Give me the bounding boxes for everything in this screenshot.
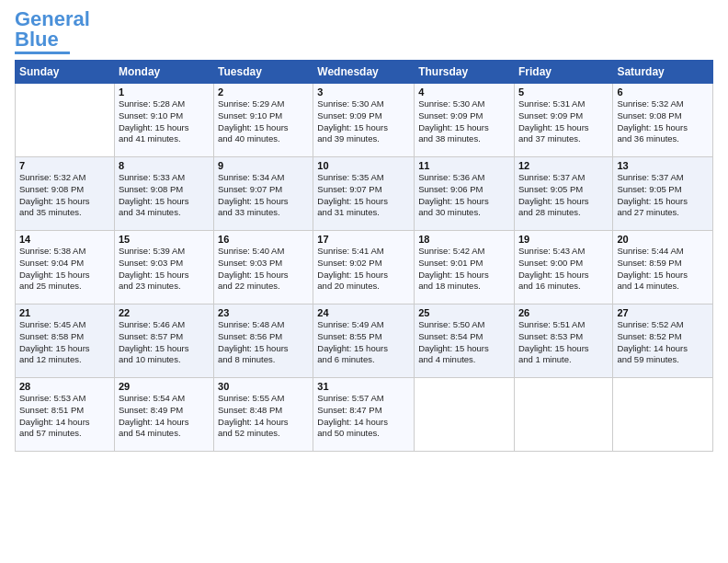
week-row-3: 14Sunrise: 5:38 AM Sunset: 9:04 PM Dayli… bbox=[16, 231, 713, 304]
day-detail: Sunrise: 5:33 AM Sunset: 9:08 PM Dayligh… bbox=[119, 172, 210, 219]
logo-underline bbox=[15, 52, 70, 54]
calendar-cell: 11Sunrise: 5:36 AM Sunset: 9:06 PM Dayli… bbox=[415, 157, 515, 231]
day-header-friday: Friday bbox=[514, 61, 612, 84]
day-number: 17 bbox=[317, 234, 410, 245]
day-detail: Sunrise: 5:35 AM Sunset: 9:07 PM Dayligh… bbox=[317, 172, 410, 219]
day-number: 6 bbox=[617, 86, 709, 98]
day-number: 24 bbox=[317, 307, 410, 318]
day-number: 30 bbox=[218, 381, 309, 392]
day-number: 22 bbox=[119, 307, 210, 318]
day-detail: Sunrise: 5:34 AM Sunset: 9:07 PM Dayligh… bbox=[218, 172, 309, 219]
day-detail: Sunrise: 5:53 AM Sunset: 8:51 PM Dayligh… bbox=[19, 393, 110, 440]
week-row-4: 21Sunrise: 5:45 AM Sunset: 8:58 PM Dayli… bbox=[16, 304, 713, 378]
day-detail: Sunrise: 5:37 AM Sunset: 9:05 PM Dayligh… bbox=[518, 172, 609, 219]
calendar-cell: 9Sunrise: 5:34 AM Sunset: 9:07 PM Daylig… bbox=[214, 157, 313, 231]
day-detail: Sunrise: 5:28 AM Sunset: 9:10 PM Dayligh… bbox=[119, 98, 210, 145]
calendar-cell: 4Sunrise: 5:30 AM Sunset: 9:09 PM Daylig… bbox=[415, 84, 515, 157]
day-header-thursday: Thursday bbox=[415, 61, 515, 84]
day-detail: Sunrise: 5:40 AM Sunset: 9:03 PM Dayligh… bbox=[218, 246, 309, 293]
day-detail: Sunrise: 5:30 AM Sunset: 9:09 PM Dayligh… bbox=[418, 98, 510, 145]
day-detail: Sunrise: 5:57 AM Sunset: 8:47 PM Dayligh… bbox=[317, 393, 410, 440]
day-header-sunday: Sunday bbox=[16, 61, 115, 84]
day-number: 19 bbox=[518, 234, 609, 245]
day-detail: Sunrise: 5:30 AM Sunset: 9:09 PM Dayligh… bbox=[317, 98, 410, 145]
day-number: 12 bbox=[518, 160, 609, 171]
day-detail: Sunrise: 5:50 AM Sunset: 8:54 PM Dayligh… bbox=[418, 319, 510, 366]
day-number: 9 bbox=[218, 160, 309, 171]
day-header-saturday: Saturday bbox=[613, 61, 713, 84]
calendar-cell: 31Sunrise: 5:57 AM Sunset: 8:47 PM Dayli… bbox=[313, 378, 415, 452]
calendar-cell: 28Sunrise: 5:53 AM Sunset: 8:51 PM Dayli… bbox=[16, 378, 115, 452]
day-detail: Sunrise: 5:54 AM Sunset: 8:49 PM Dayligh… bbox=[119, 393, 210, 440]
calendar-cell: 17Sunrise: 5:41 AM Sunset: 9:02 PM Dayli… bbox=[313, 231, 415, 304]
day-number: 1 bbox=[119, 86, 210, 98]
day-detail: Sunrise: 5:42 AM Sunset: 9:01 PM Dayligh… bbox=[418, 246, 510, 293]
calendar-cell: 20Sunrise: 5:44 AM Sunset: 8:59 PM Dayli… bbox=[613, 231, 713, 304]
calendar-cell: 30Sunrise: 5:55 AM Sunset: 8:48 PM Dayli… bbox=[214, 378, 313, 452]
logo: General Blue bbox=[15, 9, 90, 54]
calendar-cell: 13Sunrise: 5:37 AM Sunset: 9:05 PM Dayli… bbox=[613, 157, 713, 231]
day-detail: Sunrise: 5:52 AM Sunset: 8:52 PM Dayligh… bbox=[617, 319, 709, 366]
day-number: 23 bbox=[218, 307, 309, 318]
calendar-cell bbox=[415, 378, 515, 452]
calendar-cell: 26Sunrise: 5:51 AM Sunset: 8:53 PM Dayli… bbox=[514, 304, 612, 378]
calendar-cell: 24Sunrise: 5:49 AM Sunset: 8:55 PM Dayli… bbox=[313, 304, 415, 378]
day-number: 20 bbox=[617, 234, 709, 245]
calendar-cell: 12Sunrise: 5:37 AM Sunset: 9:05 PM Dayli… bbox=[514, 157, 612, 231]
logo-blue: Blue bbox=[15, 28, 59, 51]
day-detail: Sunrise: 5:39 AM Sunset: 9:03 PM Dayligh… bbox=[119, 246, 210, 293]
day-number: 3 bbox=[317, 86, 410, 98]
day-number: 11 bbox=[418, 160, 510, 171]
day-detail: Sunrise: 5:32 AM Sunset: 9:08 PM Dayligh… bbox=[19, 172, 110, 219]
day-number: 10 bbox=[317, 160, 410, 171]
calendar-cell: 1Sunrise: 5:28 AM Sunset: 9:10 PM Daylig… bbox=[114, 84, 213, 157]
day-header-tuesday: Tuesday bbox=[214, 61, 313, 84]
day-number: 2 bbox=[218, 86, 309, 98]
logo-text: General Blue bbox=[15, 9, 90, 50]
day-detail: Sunrise: 5:36 AM Sunset: 9:06 PM Dayligh… bbox=[418, 172, 510, 219]
day-number: 13 bbox=[617, 160, 709, 171]
day-detail: Sunrise: 5:55 AM Sunset: 8:48 PM Dayligh… bbox=[218, 393, 309, 440]
page-container: General Blue SundayMondayTuesdayWednesda… bbox=[0, 0, 728, 461]
day-number: 18 bbox=[418, 234, 510, 245]
day-detail: Sunrise: 5:37 AM Sunset: 9:05 PM Dayligh… bbox=[617, 172, 709, 219]
day-number: 16 bbox=[218, 234, 309, 245]
day-number: 7 bbox=[19, 160, 110, 171]
day-number: 25 bbox=[418, 307, 510, 318]
day-detail: Sunrise: 5:45 AM Sunset: 8:58 PM Dayligh… bbox=[19, 319, 110, 366]
day-number: 31 bbox=[317, 381, 410, 392]
calendar-cell: 10Sunrise: 5:35 AM Sunset: 9:07 PM Dayli… bbox=[313, 157, 415, 231]
day-detail: Sunrise: 5:43 AM Sunset: 9:00 PM Dayligh… bbox=[518, 246, 609, 293]
calendar-cell: 5Sunrise: 5:31 AM Sunset: 9:09 PM Daylig… bbox=[514, 84, 612, 157]
calendar-cell: 27Sunrise: 5:52 AM Sunset: 8:52 PM Dayli… bbox=[613, 304, 713, 378]
day-number: 27 bbox=[617, 307, 709, 318]
calendar-cell: 19Sunrise: 5:43 AM Sunset: 9:00 PM Dayli… bbox=[514, 231, 612, 304]
calendar-cell bbox=[613, 378, 713, 452]
day-detail: Sunrise: 5:49 AM Sunset: 8:55 PM Dayligh… bbox=[317, 319, 410, 366]
calendar-cell: 22Sunrise: 5:46 AM Sunset: 8:57 PM Dayli… bbox=[114, 304, 213, 378]
day-detail: Sunrise: 5:46 AM Sunset: 8:57 PM Dayligh… bbox=[119, 319, 210, 366]
day-number: 14 bbox=[19, 234, 110, 245]
week-row-5: 28Sunrise: 5:53 AM Sunset: 8:51 PM Dayli… bbox=[16, 378, 713, 452]
day-detail: Sunrise: 5:48 AM Sunset: 8:56 PM Dayligh… bbox=[218, 319, 309, 366]
day-detail: Sunrise: 5:31 AM Sunset: 9:09 PM Dayligh… bbox=[518, 98, 609, 145]
week-row-1: 1Sunrise: 5:28 AM Sunset: 9:10 PM Daylig… bbox=[16, 84, 713, 157]
day-number: 5 bbox=[518, 86, 609, 98]
day-detail: Sunrise: 5:38 AM Sunset: 9:04 PM Dayligh… bbox=[19, 246, 110, 293]
calendar-cell: 2Sunrise: 5:29 AM Sunset: 9:10 PM Daylig… bbox=[214, 84, 313, 157]
calendar-cell: 18Sunrise: 5:42 AM Sunset: 9:01 PM Dayli… bbox=[415, 231, 515, 304]
day-number: 4 bbox=[418, 86, 510, 98]
calendar-cell bbox=[514, 378, 612, 452]
day-number: 21 bbox=[19, 307, 110, 318]
calendar-cell: 23Sunrise: 5:48 AM Sunset: 8:56 PM Dayli… bbox=[214, 304, 313, 378]
calendar-cell: 15Sunrise: 5:39 AM Sunset: 9:03 PM Dayli… bbox=[114, 231, 213, 304]
day-detail: Sunrise: 5:29 AM Sunset: 9:10 PM Dayligh… bbox=[218, 98, 309, 145]
day-number: 8 bbox=[119, 160, 210, 171]
day-detail: Sunrise: 5:44 AM Sunset: 8:59 PM Dayligh… bbox=[617, 246, 709, 293]
calendar-cell bbox=[16, 84, 115, 157]
calendar-cell: 3Sunrise: 5:30 AM Sunset: 9:09 PM Daylig… bbox=[313, 84, 415, 157]
header-row: SundayMondayTuesdayWednesdayThursdayFrid… bbox=[16, 61, 713, 84]
day-number: 15 bbox=[119, 234, 210, 245]
calendar-cell: 21Sunrise: 5:45 AM Sunset: 8:58 PM Dayli… bbox=[16, 304, 115, 378]
day-detail: Sunrise: 5:51 AM Sunset: 8:53 PM Dayligh… bbox=[518, 319, 609, 366]
